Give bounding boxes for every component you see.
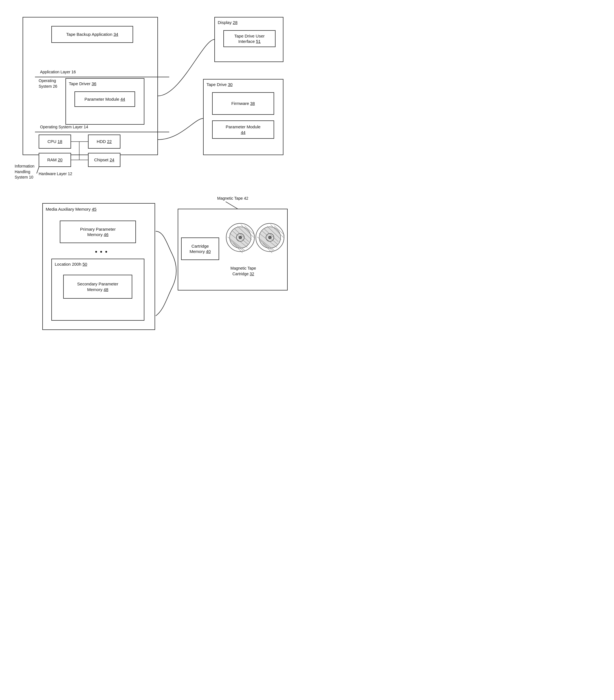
mam-label: Media Auxiliary Memory 45: [46, 207, 97, 212]
magnetic-tape-label: Magnetic Tape 42: [217, 196, 248, 201]
hw-layer-label: Hardware Layer 12: [39, 172, 72, 176]
cpu-box: CPU 18: [39, 135, 71, 149]
mtc-box: CartridgeMemory 40 Magnetic TapeCartridg…: [178, 209, 288, 290]
app-divider: [35, 77, 169, 77]
tba-box: Tape Backup Application 34: [51, 26, 133, 43]
display-box: Display 28 Tape Drive UserInterface 51: [214, 17, 284, 62]
loc200-label: Location 200h 50: [55, 261, 87, 267]
os26-label: Operating System 26: [39, 78, 57, 89]
tdui-label: Tape Drive UserInterface 51: [234, 33, 265, 44]
ppm-box: Primary ParameterMemory 46: [60, 221, 136, 243]
chipset-box: Chipset 24: [88, 153, 121, 167]
ppm-label: Primary ParameterMemory 46: [80, 226, 116, 237]
tba-label: Tape Backup Application 34: [66, 32, 118, 37]
cpu-label: CPU 18: [47, 139, 62, 145]
spm-label: Secondary ParameterMemory 48: [77, 281, 118, 292]
tape-reels-svg: [223, 221, 285, 254]
pm44-inner-box: Parameter Module 44: [74, 91, 135, 107]
td36-box: Tape Driver 36 Parameter Module 44: [65, 78, 145, 125]
spm-box: Secondary ParameterMemory 48: [63, 275, 132, 299]
hdd-label: HDD 22: [97, 139, 112, 145]
hdd-box: HDD 22: [88, 135, 121, 149]
firmware-box: Firmware 38: [212, 92, 274, 115]
chipset-label: Chipset 24: [94, 157, 114, 163]
tdui-box: Tape Drive UserInterface 51: [223, 30, 276, 47]
os-divider: [35, 132, 169, 132]
td36-label: Tape Driver 36: [69, 81, 97, 87]
cm-box: CartridgeMemory 40: [181, 237, 219, 260]
tapedrive-label: Tape Drive 30: [206, 82, 233, 87]
dots: • • •: [95, 248, 108, 255]
ihs-label: Information Handling System 10: [15, 164, 34, 180]
ram-label: RAM 20: [47, 157, 62, 163]
mam-box: Media Auxiliary Memory 45 Primary Parame…: [42, 203, 155, 330]
pm44-td-label: Parameter Module44: [226, 124, 260, 135]
mtc-inner-label: Magnetic TapeCartridge 32: [230, 266, 256, 277]
ram-box: RAM 20: [39, 153, 71, 167]
app-layer-label: Application Layer 16: [40, 70, 76, 74]
ihs-box: Tape Backup Application 34 Application L…: [23, 17, 158, 155]
loc200-box: Location 200h 50 Secondary ParameterMemo…: [51, 259, 145, 321]
pm44-label: Parameter Module 44: [84, 97, 125, 102]
os-layer-label: Operating System Layer 14: [40, 125, 88, 129]
tapedrive-box: Tape Drive 30 Firmware 38 Parameter Modu…: [203, 79, 284, 155]
pm44-td-box: Parameter Module44: [212, 121, 274, 139]
cm-label: CartridgeMemory 40: [189, 243, 211, 254]
display-label: Display 28: [218, 20, 237, 25]
firmware-label: Firmware 38: [231, 101, 255, 106]
